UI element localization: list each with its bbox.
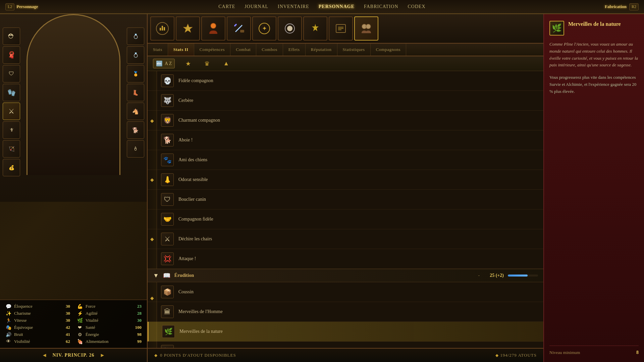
equip-slot-boots[interactable]: 👢 [127, 84, 144, 101]
tab-icon-compagnons[interactable] [354, 16, 378, 41]
skill-name-aboie: Aboie ! [178, 137, 538, 143]
tab-icon-competences[interactable] [201, 16, 225, 41]
skill-cerbere[interactable]: 🐺 Cerbère [148, 91, 543, 111]
tab-icon-combos[interactable]: ✦ [252, 16, 276, 41]
r2-button[interactable]: R2 [629, 3, 639, 10]
nav-item-inventaire[interactable]: INVENTAIRE [278, 4, 309, 9]
filter-star[interactable]: ★ [183, 59, 194, 69]
nav-item-carte[interactable]: CARTE [218, 4, 235, 9]
stat-vitalite: 🌿 Vitalité 30 [77, 317, 142, 323]
nav-item-journal[interactable]: JOURNAL [245, 4, 268, 9]
nav-item-fabrication[interactable]: FABRICATION [364, 4, 398, 9]
level-label: NIV. PRINCIP. 26 [53, 353, 95, 358]
skill-icon-ami: 🐾 [161, 154, 174, 166]
tab-icon-effets[interactable] [278, 16, 302, 41]
tab-label-competences[interactable]: Compétences [194, 44, 231, 56]
tab-icon-stats[interactable] [150, 16, 174, 41]
skill-name-ami: Ami des chiens [178, 157, 538, 163]
sante-label: Santé [86, 325, 129, 330]
equip-slot-head[interactable]: ⛑ [3, 27, 20, 45]
svg-text:✦: ✦ [262, 25, 267, 32]
tab-label-stats2[interactable]: Stats II [168, 44, 194, 56]
skill-merveilles-betes[interactable]: 🦌 Merveilles des bêtes [148, 342, 543, 348]
sante-icon: ❤ [77, 324, 83, 330]
skill-icon-merveilles-n: 🌿 [162, 325, 175, 338]
tab-labels-row: Stats Stats II Compétences Combat Combos… [148, 44, 543, 56]
skill-fidele-compagnon[interactable]: 💀 Fidèle compagnon [148, 71, 543, 91]
bruit-label: Bruit [14, 332, 57, 337]
equip-slot-torch[interactable]: 🕯 [127, 140, 144, 158]
tab-label-statistiques[interactable]: Statistiques [337, 44, 371, 56]
skill-icon-attaque: 💢 [161, 252, 174, 265]
bruit-icon: 🔊 [5, 331, 11, 338]
tab-icon-combat[interactable] [227, 16, 251, 41]
skill-bouclier-canin[interactable]: 🛡 Bouclier canin [148, 190, 543, 209]
equip-slot-hands[interactable]: 🧤 [3, 84, 20, 101]
detail-header: 🌿 Merveilles de la nature [549, 21, 639, 36]
nav-left: L2 Personnage [5, 3, 38, 10]
visibilite-value: 62 [60, 339, 70, 344]
l2-button[interactable]: L2 [5, 3, 14, 10]
skill-icon-bouclier: 🛡 [161, 193, 174, 206]
equip-slot-trinket[interactable]: 🏅 [127, 65, 144, 82]
level-prev-button[interactable]: ◄ [42, 352, 47, 358]
skill-name-merveilles-h: Merveilles de l'Homme [178, 309, 538, 314]
skills-list-container: 💀 Fidèle compagnon 🐺 Cerbère 🦁 Charmant … [148, 71, 543, 348]
skill-charmant-compagnon[interactable]: 🦁 Charmant compagnon [148, 111, 543, 130]
fabrication-label: Fabrication [605, 4, 627, 9]
tab-icon-statistiques[interactable] [329, 16, 353, 41]
skill-ami-chiens[interactable]: 🐾 Ami des chiens [148, 150, 543, 170]
skill-icon-aboie: 🐕 [161, 134, 174, 146]
sante-value: 100 [131, 325, 142, 330]
skill-name-dechire: Déchire les chairs [178, 236, 538, 242]
skill-name-cerbere: Cerbère [178, 98, 538, 103]
tab-icon-stats2[interactable] [176, 16, 200, 41]
skill-name-compagnon-f: Compagnon fidèle [178, 217, 538, 222]
screen-title: Personnage [16, 4, 38, 9]
tab-label-stats[interactable]: Stats [148, 44, 168, 56]
equip-slot-weapon-main[interactable]: ⚔ [3, 103, 20, 120]
nav-item-personnage[interactable]: PERSONNAGE [319, 4, 355, 9]
skill-name-coussin: Coussin [178, 289, 538, 295]
skill-name-merveilles-n: Merveilles de la nature [179, 329, 538, 334]
equip-slot-pouch[interactable]: 💰 [3, 159, 20, 176]
stat-vitesse: 🏃 Vitesse 30 [5, 317, 70, 323]
equip-slot-weapon-off[interactable]: 🗡 [3, 121, 20, 139]
stats2-icon [180, 21, 195, 36]
skill-compagnon-fidele[interactable]: 🤝 Compagnon fidèle [148, 209, 543, 229]
detail-skill-icon: 🌿 [549, 21, 564, 36]
tab-label-combat[interactable]: Combat [230, 44, 256, 56]
filter-crown[interactable]: ♛ [202, 59, 212, 69]
equip-slot-dog[interactable]: 🐕 [127, 121, 144, 139]
equip-slot-bow[interactable]: 🏹 [3, 140, 20, 158]
vitalite-value: 30 [131, 318, 142, 323]
up-arrow-icon: ▲ [223, 60, 229, 67]
tab-label-reputation[interactable]: Réputation [306, 44, 337, 56]
skill-coussin[interactable]: 📦 Coussin [148, 282, 543, 302]
equip-slot-cape[interactable]: 🧣 [3, 46, 20, 64]
skill-attaque[interactable]: 💢 Attaque ! [148, 249, 543, 269]
equip-slot-chest[interactable]: 🛡 [3, 65, 20, 82]
skill-merveilles-nature[interactable]: 🌿 Merveilles de la nature [148, 322, 543, 342]
skill-merveilles-homme[interactable]: 🏛 Merveilles de l'Homme [148, 302, 543, 322]
erudition-collapse-icon: ▼ [153, 272, 159, 279]
skill-aboie[interactable]: 🐕 Aboie ! [148, 130, 543, 150]
skill-odorat[interactable]: 👃 Odorat sensible [148, 170, 543, 190]
tab-label-compagnons[interactable]: Compagnons [371, 44, 407, 56]
level-next-button[interactable]: ► [100, 352, 105, 358]
tab-icon-reputation[interactable] [303, 16, 327, 41]
filter-az[interactable]: 🔤 A Z [153, 59, 175, 68]
tab-label-combos[interactable]: Combos [256, 44, 283, 56]
skill-dechire-chairs[interactable]: ⚔ Déchire les chairs [148, 229, 543, 249]
filter-triangle[interactable]: ▲ [220, 59, 232, 68]
skills-panel: ✦ [148, 14, 543, 362]
nav-item-codex[interactable]: CODEX [408, 4, 426, 9]
skill-category-erudition[interactable]: ▼ 📖 Érudition - 25 (+2) [148, 269, 543, 282]
stat-force: 💪 Force 23 [77, 303, 142, 309]
equip-slot-ring2[interactable]: 💍 [127, 46, 144, 64]
equip-slot-horse[interactable]: 🐴 [127, 103, 144, 120]
equip-slot-ring1[interactable]: 💍 [127, 27, 144, 45]
equipment-right: 💍 💍 🏅 👢 🐴 🐕 🕯 [127, 27, 144, 158]
detail-footer: Niveau minimum 8 [549, 346, 639, 355]
tab-label-effets[interactable]: Effets [283, 44, 306, 56]
